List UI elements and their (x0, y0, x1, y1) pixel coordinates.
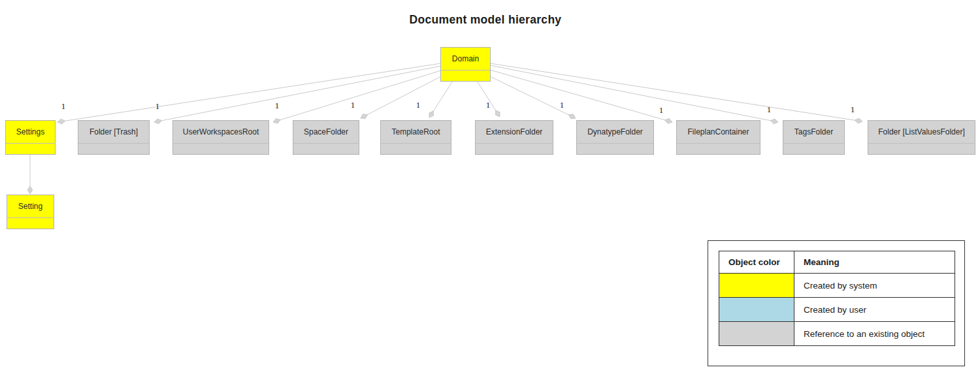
multiplicity-label: 1 (416, 100, 421, 110)
node-fileplancontainer: FileplanContainer (676, 120, 760, 155)
node-compartment (78, 144, 149, 154)
edge-line (429, 81, 453, 118)
legend-meaning: Reference to an existing object (794, 322, 955, 346)
node-label: Folder [ListValuesFolder] (868, 121, 975, 144)
node-dynatypefolder: DynatypeFolder (576, 120, 654, 155)
multiplicity-label: 1 (659, 105, 664, 115)
node-compartment (783, 144, 844, 154)
edge-line (273, 71, 441, 122)
node-tagsfolder: TagsFolder (783, 120, 845, 155)
node-label: ExtensionFolder (476, 121, 553, 144)
node-label: Domain (441, 48, 490, 71)
node-compartment (293, 144, 359, 154)
legend-row-reference: Reference to an existing object (719, 322, 955, 346)
legend-header-meaning: Meaning (794, 251, 955, 274)
node-label: Folder [Trash] (78, 121, 149, 144)
node-compartment (441, 71, 490, 81)
node-label: TagsFolder (783, 121, 844, 144)
multiplicity-label: 1 (767, 104, 772, 114)
edge-line (490, 63, 862, 121)
legend-swatch-yellow (719, 274, 794, 298)
diagram-canvas: Document model hierarchy 1111111111 Doma… (0, 0, 980, 380)
node-domain: Domain (440, 47, 491, 82)
node-settings: Settings (5, 120, 56, 155)
node-label: DynatypeFolder (577, 121, 653, 144)
node-compartment (868, 144, 975, 154)
node-label: Setting (7, 195, 54, 218)
legend-header-object-color: Object color (719, 251, 794, 274)
node-compartment (577, 144, 653, 154)
edge-line (490, 65, 778, 122)
node-label: UserWorkspacesRoot (173, 121, 269, 144)
node-label: FileplanContainer (677, 121, 760, 144)
legend-table: Object color Meaning Created by system C… (719, 251, 955, 346)
multiplicity-label: 1 (155, 101, 160, 111)
node-label: Settings (6, 121, 55, 144)
node-compartment (476, 144, 553, 154)
edge-line (57, 63, 441, 122)
node-folder-listvalues: Folder [ListValuesFolder] (868, 120, 975, 155)
legend-header-row: Object color Meaning (719, 251, 955, 274)
node-folder-trash: Folder [Trash] (78, 120, 150, 155)
node-templateroot: TemplateRoot (380, 120, 451, 155)
edge-line (154, 66, 441, 122)
multiplicity-label: 1 (61, 101, 66, 111)
node-extensionfolder: ExtensionFolder (475, 120, 553, 155)
node-compartment (381, 144, 451, 154)
node-compartment (6, 144, 55, 154)
node-compartment (677, 144, 760, 154)
legend-meaning: Created by system (794, 274, 955, 298)
node-compartment (7, 218, 54, 229)
multiplicity-label: 1 (351, 100, 355, 110)
legend-swatch-blue (719, 298, 794, 322)
node-label: TemplateRoot (381, 121, 451, 144)
multiplicity-label: 1 (560, 100, 564, 110)
multiplicity-label: 1 (275, 101, 280, 110)
edge-line (490, 76, 576, 118)
legend-frame: Object color Meaning Created by system C… (708, 240, 965, 366)
node-label: SpaceFolder (293, 121, 359, 144)
legend-row-user: Created by user (719, 298, 955, 322)
node-setting: Setting (7, 195, 54, 229)
multiplicity-label: 1 (486, 100, 491, 110)
legend-meaning: Created by user (794, 298, 955, 322)
multiplicity-label: 1 (851, 104, 855, 114)
node-spacefolder: SpaceFolder (293, 120, 359, 155)
legend-row-system: Created by system (719, 274, 955, 298)
node-userworkspacesroot: UserWorkspacesRoot (172, 120, 269, 155)
node-compartment (173, 144, 269, 154)
edge-line (477, 81, 500, 117)
legend-swatch-gray (719, 322, 794, 346)
